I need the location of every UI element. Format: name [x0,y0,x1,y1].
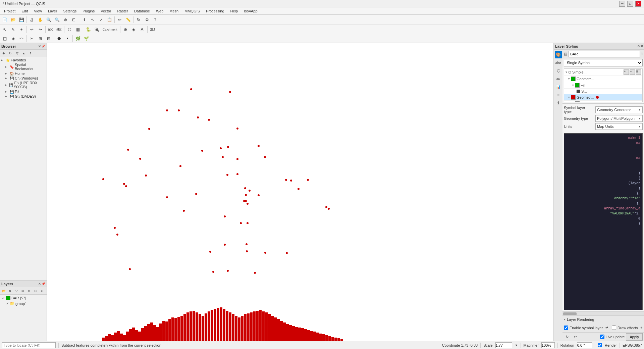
catchment-btn[interactable]: Catchment [101,26,119,34]
sym-fill2[interactable]: ▾ Fill [564,101,642,102]
menu-mesh[interactable]: Mesh [167,8,181,14]
map-canvas[interactable] [47,43,553,341]
menu-vector[interactable]: Vector [98,8,114,14]
raster-btn[interactable]: ▦ [74,26,82,34]
diagram-style-icon[interactable]: 📊 [555,83,562,91]
close-button[interactable]: ✕ [635,1,641,7]
metadata-style-icon[interactable]: ℹ [555,99,562,107]
help-button[interactable]: ? [151,16,159,24]
apply-button[interactable]: Apply [626,333,643,341]
print-layout-button[interactable]: 🖨 [28,16,36,24]
mask-style-icon[interactable]: ⬡ [555,67,562,74]
browser-pin-icon[interactable]: 📌 [42,45,45,48]
geometry-btn[interactable]: ⬟ [55,35,63,43]
label-btn[interactable]: abc [47,26,55,34]
undo-btn[interactable]: ↩ [28,26,36,34]
scroll-thumb[interactable] [563,312,577,315]
add-group-btn[interactable]: ⊞ [20,288,26,294]
sym-geom1[interactable]: ▾ Geometr... [564,76,642,82]
browser-filter-btn[interactable]: ▽ [14,50,20,56]
menu-view[interactable]: View [31,8,45,14]
browser-bookmarks[interactable]: ▸ 🔖 Spatial Bookmarks [1,62,46,71]
python-btn[interactable]: 🐍 [84,26,92,34]
layers-more-btn[interactable]: » [39,288,45,294]
live-update-checkbox[interactable] [600,335,604,339]
layers-pin-icon[interactable]: 📌 [42,282,45,286]
trace-btn[interactable]: 〰 [17,35,25,43]
browser-close-icon[interactable]: ✕ [38,45,41,48]
zoom-layer-button[interactable]: ⊡ [70,16,78,24]
menu-database[interactable]: Database [131,8,153,14]
scale-arrow-icon[interactable]: ▼ [515,344,518,347]
edit-select-btn[interactable]: ↖ [1,26,9,34]
undo-style-btn[interactable]: ↩ [572,334,579,340]
layers-close-icon[interactable]: ✕ [38,282,41,286]
browser-drive-g[interactable]: ▸ 💾 G:\ (DADES) [1,94,46,99]
sync-icon[interactable]: ⇄ [605,326,608,330]
zoom-full-button[interactable]: ⊕ [61,16,69,24]
locate-input[interactable] [2,342,56,348]
add-feature-btn[interactable]: + [17,26,25,34]
symbol-layer-type-dropdown[interactable]: Geometry Generator ▼ [595,106,643,113]
paint-style-icon[interactable]: 🎨 [555,51,562,58]
3d-btn[interactable]: 3D [149,26,157,34]
new-project-button[interactable]: 📄 [1,16,9,24]
magnifier-input[interactable] [541,342,555,348]
zoom-out-button[interactable]: 🔍 [53,16,61,24]
layer-bar[interactable]: ✓ BAR [57] [1,295,46,301]
open-table-button[interactable]: 📋 [105,16,113,24]
code-editor[interactable]: make_l ma ma ) { (layer ) }, orderby:"fi… [564,133,643,310]
browser-home[interactable]: ▸ 🏠 Home [1,71,46,76]
menu-iso4app[interactable]: Iso4App [241,8,260,14]
3d-style-icon[interactable]: 3D [555,75,562,83]
scale-input[interactable] [495,342,512,348]
sym-add-icon[interactable]: + [624,69,629,75]
layer-bar-check-icon[interactable]: ✓ [2,296,5,300]
label-style-icon[interactable]: abc [555,59,562,66]
symbol-type-dropdown[interactable]: Single Symbol [564,59,643,66]
browser-drive-e[interactable]: ▸ 💾 E:\ (HPE RDX 500GB) [1,81,46,89]
redo-btn[interactable]: ↪ [36,26,44,34]
sym-s1[interactable]: ⬛ S... [564,89,642,94]
settings-button[interactable]: ⚙ [143,16,151,24]
geometry-type-dropdown[interactable]: Polygon / MultiPolygon ▼ [595,115,643,122]
styling-float-icon[interactable]: ⧉ [641,44,643,48]
measure-button[interactable]: 📏 [124,16,132,24]
browser-collapse-btn[interactable]: ▲ [21,50,27,56]
merge-btn[interactable]: ⊞ [36,35,44,43]
open-layer-btn[interactable]: 📂 [1,288,7,294]
minimize-button[interactable]: ─ [619,1,625,7]
browser-favorites[interactable]: ▸ ⭐ Favorites [1,58,46,62]
menu-layer[interactable]: Layer [45,8,60,14]
annotate-btn[interactable]: A [138,26,146,34]
open-project-button[interactable]: 📂 [9,16,17,24]
menu-settings[interactable]: Settings [60,8,79,14]
sym-fill1[interactable]: ▾ Fill [564,82,642,89]
browser-drive-f[interactable]: ▸ 💾 F:\ [1,89,46,94]
layer-group1-check-icon[interactable]: ✓ [6,302,9,305]
browser-add-btn[interactable]: ⊕ [1,50,7,56]
menu-plugins[interactable]: Plugins [80,8,97,14]
maximize-button[interactable]: □ [627,1,633,7]
layer-group1[interactable]: ✓ 📁 group1 [1,301,46,306]
units-dropdown[interactable]: Map Units ▼ [595,123,643,130]
refresh-button[interactable]: ↻ [135,16,143,24]
snap2-btn[interactable]: ◫ [1,35,9,43]
deselect-button[interactable]: ↗ [97,16,105,24]
sym-remove-icon[interactable]: − [630,69,635,75]
layer-name-input[interactable] [569,51,640,57]
filter-layer-btn[interactable]: ▽ [13,288,19,294]
zoom-in-button[interactable]: 🔍 [45,16,53,24]
split-btn[interactable]: ⊟ [45,35,53,43]
plugin1-btn[interactable]: 🔌 [93,26,101,34]
menu-raster[interactable]: Raster [114,8,130,14]
digitize-button[interactable]: ✏ [116,16,124,24]
code-editor-scrollbar[interactable] [562,311,644,315]
grass-btn[interactable]: 🌿 [74,35,82,43]
browser-refresh-btn[interactable]: ↻ [7,50,13,56]
vector-btn[interactable]: ⬡ [65,26,73,34]
browser-help-btn[interactable]: ? [28,50,34,56]
snap-btn[interactable]: ⊕ [121,26,129,34]
select-button[interactable]: ↖ [89,16,97,24]
menu-mmqgis[interactable]: MMQGIS [182,8,203,14]
